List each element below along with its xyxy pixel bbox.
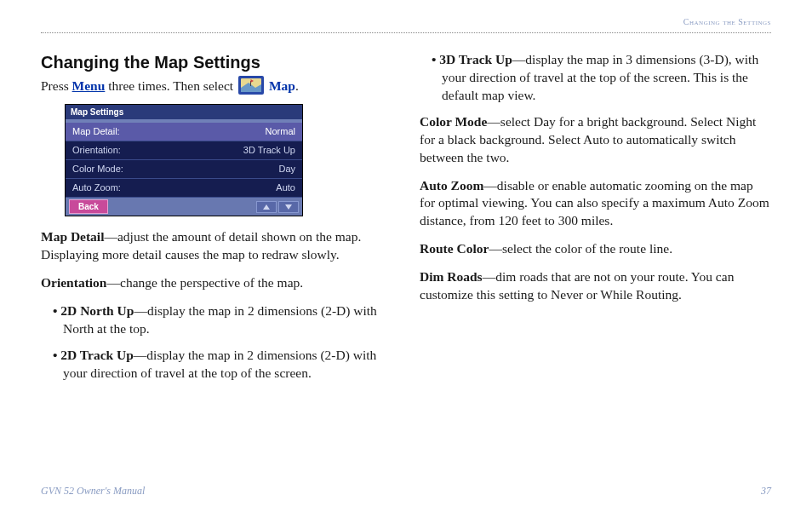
- orientation-bullets: 2D North Up—display the map in 2 dimensi…: [53, 302, 392, 383]
- term-map-detail: Map Detail: [41, 229, 104, 244]
- para-auto-zoom: Auto Zoom—disable or enable automatic zo…: [420, 177, 771, 231]
- ss-label: Color Mode:: [72, 163, 123, 176]
- ss-value: 3D Track Up: [243, 144, 295, 157]
- footer-page-number: 37: [761, 485, 771, 498]
- content-columns: Changing the Map Settings Press Menu thr…: [41, 51, 771, 391]
- ss-value: Day: [278, 163, 295, 176]
- text-orientation: —change the perspective of the map.: [107, 275, 304, 290]
- ss-title: Map Settings: [66, 105, 302, 124]
- para-route-color: Route Color—select the color of the rout…: [420, 240, 771, 258]
- menu-link[interactable]: Menu: [72, 78, 106, 93]
- ss-label: Orientation:: [72, 144, 121, 157]
- term-dim-roads: Dim Roads: [420, 269, 483, 284]
- ss-row-color-mode[interactable]: Color Mode: Day: [66, 160, 302, 179]
- intro-line: Press Menu three times. Then select Map.: [41, 76, 392, 95]
- para-orientation: Orientation—change the perspective of th…: [41, 274, 392, 292]
- section-title: Changing the Map Settings: [41, 51, 392, 74]
- term-2d-track: 2D Track Up: [60, 348, 134, 362]
- para-map-detail: Map Detail—adjust the amount of detail s…: [41, 228, 392, 264]
- ss-value: Normal: [266, 125, 295, 138]
- settings-screenshot: Map Settings Map Detail: Normal Orientat…: [65, 104, 303, 216]
- ss-row-auto-zoom[interactable]: Auto Zoom: Auto: [66, 179, 302, 198]
- orientation-bullets-cont: 3D Track Up—display the map in 3 dimensi…: [432, 51, 771, 105]
- term-2d-north: 2D North Up: [60, 303, 134, 318]
- term-route-color: Route Color: [420, 241, 489, 256]
- header-divider: [41, 32, 771, 33]
- ss-value: Auto: [276, 181, 295, 194]
- bullet-3d-track-up: 3D Track Up—display the map in 3 dimensi…: [432, 51, 771, 105]
- intro-suffix: .: [295, 78, 299, 93]
- term-color-mode: Color Mode: [420, 114, 487, 129]
- ss-row-orientation[interactable]: Orientation: 3D Track Up: [66, 141, 302, 160]
- scroll-down-button[interactable]: [278, 201, 299, 213]
- bullet-2d-north-up: 2D North Up—display the map in 2 dimensi…: [53, 302, 392, 338]
- ss-arrow-group: [256, 201, 299, 213]
- intro-mid: three times. Then select: [105, 78, 237, 93]
- ss-label: Map Detail:: [72, 125, 120, 138]
- map-link[interactable]: Map: [269, 78, 295, 93]
- left-column: Changing the Map Settings Press Menu thr…: [41, 51, 392, 391]
- term-auto-zoom: Auto Zoom: [420, 178, 483, 193]
- ss-row-map-detail[interactable]: Map Detail: Normal: [66, 123, 302, 141]
- term-orientation: Orientation: [41, 275, 107, 290]
- ss-footer: Back: [66, 198, 302, 216]
- ss-back-button[interactable]: Back: [69, 199, 108, 215]
- footer-manual-title: GVN 52 Owner's Manual: [41, 485, 145, 498]
- ss-label: Auto Zoom:: [72, 181, 121, 194]
- para-dim-roads: Dim Roads—dim roads that are not on your…: [420, 268, 771, 304]
- intro-prefix: Press: [41, 78, 72, 93]
- map-icon[interactable]: [238, 76, 264, 95]
- text-route-color: —select the color of the route line.: [489, 241, 672, 256]
- bullet-2d-track-up: 2D Track Up—display the map in 2 dimensi…: [53, 347, 392, 383]
- scroll-up-button[interactable]: [256, 201, 277, 213]
- page-footer: GVN 52 Owner's Manual 37: [41, 485, 771, 498]
- term-3d-track: 3D Track Up: [439, 52, 512, 66]
- right-column: 3D Track Up—display the map in 3 dimensi…: [420, 51, 771, 391]
- para-color-mode: Color Mode—select Day for a bright backg…: [420, 113, 771, 167]
- header-section-label: Changing the Settings: [683, 17, 771, 26]
